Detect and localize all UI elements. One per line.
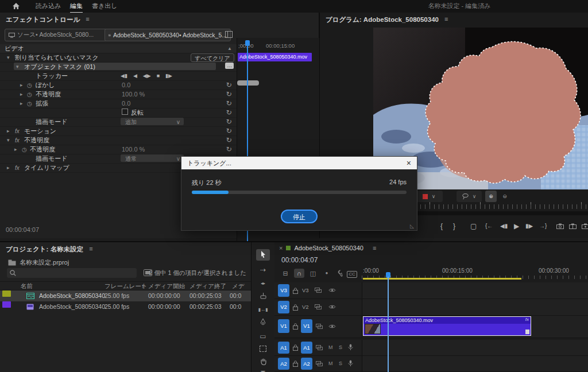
track-select-forward-tool[interactable]: ⇢	[256, 264, 270, 276]
reset-parameter-icon[interactable]: ↺	[226, 81, 232, 90]
chevron-down-icon[interactable]: ∨	[432, 193, 436, 199]
chevron-right-icon[interactable]: ▸	[7, 127, 10, 135]
add-marker-icon[interactable]: ●	[322, 269, 332, 278]
reset-parameter-icon[interactable]: ↺	[226, 99, 232, 108]
insert-overwrite-icon[interactable]: ⊟	[280, 269, 291, 278]
tab-export[interactable]: 書き出し	[92, 0, 118, 12]
track-visibility-eye-icon[interactable]	[328, 288, 336, 293]
chevron-right-icon[interactable]: ▸	[7, 164, 10, 172]
project-row-clip[interactable]: AdobeStock_508050340. 25.00 fps 00:00:00…	[0, 301, 251, 312]
expansion-value[interactable]: 0.0	[122, 99, 130, 108]
source-patch-v2[interactable]: V2	[278, 301, 289, 313]
source-patch-a1[interactable]: A1	[278, 342, 289, 354]
close-tab-icon[interactable]: ×	[279, 245, 283, 251]
linked-selection-icon[interactable]: ◫	[308, 269, 318, 278]
reset-effect-icon[interactable]: ↺	[226, 127, 232, 135]
pen-tool[interactable]	[256, 317, 270, 328]
track-visibility-eye-icon[interactable]	[328, 324, 336, 329]
track-v3-label[interactable]: V3	[302, 287, 309, 293]
comparison-view-icon[interactable]	[569, 223, 577, 229]
mask-opacity-value[interactable]: 100.0 %	[122, 90, 145, 99]
mute-button[interactable]: M	[328, 361, 333, 366]
step-forward-button[interactable]: ▮▶	[525, 219, 533, 233]
track-one-frame-back-icon[interactable]: ◀▮	[121, 72, 127, 80]
sync-lock-icon[interactable]	[316, 345, 323, 350]
mark-in-button[interactable]: {	[440, 219, 443, 233]
row-motion[interactable]: ▸ fx モーション ↺	[0, 127, 237, 136]
stopwatch-icon[interactable]: ◷	[27, 90, 32, 99]
stopwatch-icon[interactable]: ◷	[22, 145, 27, 154]
blend-mode-select[interactable]: 通常 ∨	[121, 154, 184, 162]
export-frame-icon[interactable]	[556, 223, 564, 229]
invert-checkbox[interactable]	[122, 108, 128, 115]
track-target-a1[interactable]: A1	[301, 342, 312, 354]
play-button[interactable]: ▶	[514, 219, 519, 233]
reset-parameter-icon[interactable]: ↺	[226, 90, 232, 99]
source-patch-v3[interactable]: V3	[278, 284, 289, 297]
slip-tool[interactable]: ▮↔▮	[256, 304, 270, 316]
track-target-v1[interactable]: V1	[301, 319, 312, 333]
go-to-in-button[interactable]: {←	[485, 219, 493, 233]
tab-source-monitor[interactable]: ソース• AdobeStock_5080...	[5, 29, 109, 41]
mark-out-button[interactable]: }	[453, 219, 455, 233]
chevron-right-icon[interactable]: ▸	[20, 99, 23, 108]
lasso-tool-button[interactable]: ∨	[457, 191, 482, 202]
subtract-from-mask-button[interactable]: ⊖	[499, 191, 510, 202]
safe-margins-button[interactable]: ▢	[470, 219, 477, 233]
project-row-sequence[interactable]: AdobeStock_508050340 25.00 fps 00:00:00:…	[0, 290, 251, 301]
timeline-timecode[interactable]: 00:00:04:07	[281, 256, 318, 264]
reset-parameter-icon[interactable]: ↺	[226, 145, 232, 154]
chevron-right-icon[interactable]: ▸	[20, 81, 23, 90]
opacity-value[interactable]: 100.0 %	[122, 145, 145, 154]
row-object-mask[interactable]: ▾ オブジェクトマスク (01) ⋯	[0, 63, 237, 72]
track-v2-label[interactable]: V2	[302, 304, 309, 310]
lock-icon[interactable]	[293, 304, 298, 311]
column-name[interactable]: 名前	[21, 282, 33, 290]
dialog-resize-grip[interactable]: ◺	[410, 223, 416, 229]
mini-timeline-clip[interactable]: AdobeStock_508050340.mov	[238, 53, 312, 61]
sync-lock-icon[interactable]	[315, 304, 322, 309]
reset-effect-icon[interactable]: ↺	[226, 136, 232, 145]
solo-button[interactable]: S	[339, 361, 342, 366]
chevron-right-icon[interactable]: ▸	[14, 145, 17, 154]
captions-icon[interactable]: CC	[347, 269, 357, 278]
track-target-a2[interactable]: A2	[301, 358, 312, 370]
go-to-out-button[interactable]: →}	[539, 219, 547, 233]
track-forward-icon[interactable]: ▮▶	[165, 72, 172, 80]
collapse-section-icon[interactable]: ▲	[227, 44, 232, 53]
ripple-edit-tool[interactable]: ◂▸	[256, 278, 270, 289]
stop-tracking-icon[interactable]: ■	[157, 72, 160, 80]
track-backward-icon[interactable]: ◀	[133, 72, 137, 80]
add-to-mask-button[interactable]: ⊕	[485, 191, 497, 202]
hand-tool[interactable]	[256, 356, 270, 367]
track-bidirectional-icon[interactable]: ◀▶	[143, 72, 151, 80]
column-media-end[interactable]: メディア終了	[189, 282, 226, 290]
column-media-start[interactable]: メディア開始	[148, 282, 185, 290]
effect-controls-timecode[interactable]: 00:00:04:07	[6, 226, 39, 233]
voiceover-mic-icon[interactable]	[348, 360, 353, 367]
dialog-title-bar[interactable]: トラッキング... ×	[181, 157, 417, 169]
lock-icon[interactable]	[293, 344, 298, 351]
lock-icon[interactable]	[293, 361, 298, 367]
sort-ascending-icon[interactable]: ↑	[141, 282, 144, 290]
reset-parameter-icon[interactable]: ↺	[226, 108, 232, 117]
clear-all-button[interactable]: すべてクリア	[191, 53, 234, 62]
row-opacity-group[interactable]: ▾ fx 不透明度 ↺	[0, 136, 237, 145]
source-patch-a2[interactable]: A2	[278, 358, 289, 370]
lock-icon[interactable]	[293, 288, 298, 294]
work-area-bar[interactable]	[363, 278, 521, 280]
lock-icon[interactable]	[293, 323, 298, 330]
tab-import[interactable]: 読み込み	[36, 0, 61, 12]
panel-menu-icon[interactable]: ≡	[86, 16, 89, 24]
button-editor-icon[interactable]	[582, 223, 588, 229]
panel-menu-icon[interactable]: ≡	[89, 245, 92, 254]
row-unassigned-masks[interactable]: ▾ 割り当てられていないマスク すべてクリア	[0, 53, 237, 63]
chevron-right-icon[interactable]: ▸	[20, 90, 23, 99]
stopwatch-icon[interactable]: ◷	[27, 81, 32, 90]
chevron-down-icon[interactable]: ▾	[7, 53, 10, 62]
step-back-button[interactable]: ◀▮	[500, 219, 508, 233]
solo-button[interactable]: S	[339, 344, 342, 350]
mask-record-button[interactable]: ∨	[415, 191, 443, 202]
mute-button[interactable]: M	[328, 344, 333, 350]
snap-icon[interactable]: ∩	[294, 269, 304, 278]
